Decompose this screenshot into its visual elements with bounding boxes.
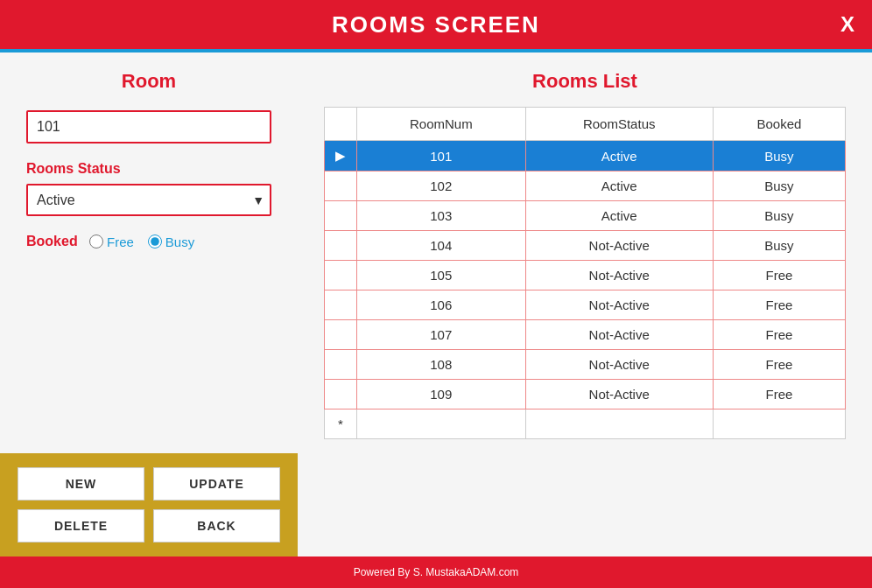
row-arrow [325, 290, 357, 320]
table-row[interactable]: 104Not-ActiveBusy [325, 231, 846, 261]
cell-room-status: Not-Active [525, 350, 713, 380]
row-arrow [325, 320, 357, 350]
table-new-row: * [325, 410, 846, 439]
cell-room-num: 103 [357, 201, 526, 231]
cell-room-num: 107 [357, 320, 526, 350]
cell-booked: Busy [713, 231, 845, 261]
update-button[interactable]: UPDATE [153, 467, 280, 500]
page-title: ROOMS SCREEN [332, 11, 540, 38]
cell-room-status: Active [525, 141, 713, 172]
cell-room-status: Active [525, 201, 713, 231]
col-header-arrow [325, 108, 357, 141]
close-button[interactable]: X [840, 12, 854, 37]
app-header: ROOMS SCREEN X [0, 0, 872, 49]
cell-booked: Free [713, 261, 845, 290]
cell-room-status: Not-Active [525, 261, 713, 290]
cell-booked: Free [713, 380, 845, 410]
new-button[interactable]: NEW [18, 467, 144, 500]
room-number-input[interactable] [26, 110, 271, 144]
table-row[interactable]: ▶101ActiveBusy [325, 141, 846, 172]
new-row-indicator: * [325, 410, 357, 439]
booked-radio-group: Free Busy [89, 234, 194, 249]
radio-busy-label[interactable]: Busy [148, 234, 194, 249]
row-arrow [325, 380, 357, 410]
empty-cell [713, 410, 845, 439]
list-title: Rooms List [324, 70, 846, 93]
cell-room-status: Active [525, 172, 713, 201]
cell-room-num: 101 [357, 141, 526, 172]
footer-text: Powered By S. MustakaADAM.com [354, 566, 519, 578]
cell-room-status: Not-Active [525, 290, 713, 320]
table-row[interactable]: 105Not-ActiveFree [325, 261, 846, 290]
delete-button[interactable]: DELETE [18, 509, 144, 542]
cell-room-num: 105 [357, 261, 526, 290]
cell-room-status: Not-Active [525, 320, 713, 350]
cell-room-status: Not-Active [525, 380, 713, 410]
status-select-wrapper: Active Not-Active ▼ [26, 184, 271, 216]
col-header-roomnum: RoomNum [357, 108, 526, 141]
table-row[interactable]: 102ActiveBusy [325, 172, 846, 201]
row-arrow [325, 231, 357, 261]
table-header-row: RoomNum RoomStatus Booked [325, 108, 846, 141]
cell-room-num: 106 [357, 290, 526, 320]
cell-room-num: 104 [357, 231, 526, 261]
empty-cell [525, 410, 713, 439]
table-row[interactable]: 108Not-ActiveFree [325, 350, 846, 380]
radio-free-label[interactable]: Free [89, 234, 134, 249]
col-header-roomstatus: RoomStatus [525, 108, 713, 141]
empty-cell [357, 410, 526, 439]
left-panel-title: Room [26, 70, 271, 93]
table-row[interactable]: 109Not-ActiveFree [325, 380, 846, 410]
cell-room-status: Not-Active [525, 231, 713, 261]
radio-busy-text: Busy [165, 234, 194, 249]
row-arrow [325, 350, 357, 380]
cell-room-num: 108 [357, 350, 526, 380]
cell-booked: Busy [713, 172, 845, 201]
radio-free-input[interactable] [89, 234, 103, 248]
cell-room-num: 102 [357, 172, 526, 201]
table-row[interactable]: 107Not-ActiveFree [325, 320, 846, 350]
cell-booked: Free [713, 290, 845, 320]
footer: Powered By S. MustakaADAM.com [0, 556, 872, 588]
cell-booked: Busy [713, 141, 845, 172]
back-button[interactable]: BACK [153, 509, 280, 542]
cell-booked: Busy [713, 201, 845, 231]
cell-booked: Free [713, 350, 845, 380]
col-header-booked: Booked [713, 108, 845, 141]
cell-room-num: 109 [357, 380, 526, 410]
booked-row: Booked Free Busy [26, 234, 271, 249]
cell-booked: Free [713, 320, 845, 350]
row-arrow: ▶ [325, 141, 357, 172]
radio-free-text: Free [107, 234, 134, 249]
row-arrow [325, 261, 357, 290]
table-row[interactable]: 103ActiveBusy [325, 201, 846, 231]
rooms-table: RoomNum RoomStatus Booked ▶101ActiveBusy… [324, 107, 846, 439]
right-panel: Rooms List RoomNum RoomStatus Booked ▶10… [298, 52, 872, 556]
status-select[interactable]: Active Not-Active [26, 184, 271, 216]
table-row[interactable]: 106Not-ActiveFree [325, 290, 846, 320]
booked-label: Booked [26, 234, 79, 249]
bottom-bar: NEW UPDATE DELETE BACK [0, 453, 298, 556]
radio-busy-input[interactable] [148, 234, 162, 248]
row-arrow [325, 201, 357, 231]
rooms-status-label: Rooms Status [26, 161, 271, 177]
row-arrow [325, 172, 357, 201]
